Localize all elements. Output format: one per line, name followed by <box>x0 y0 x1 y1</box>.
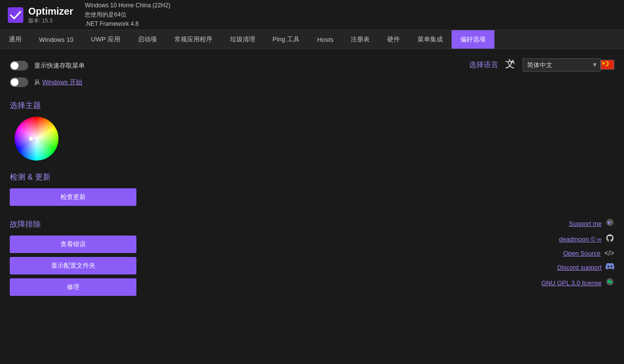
support-me-link[interactable]: Support me <box>569 220 602 227</box>
discord-icon <box>605 262 614 273</box>
footer-links: Support me P deadmoon © ∞ Open Source </… <box>541 218 614 288</box>
language-select-wrapper: 简体中文 English 繁體中文 ▼ <box>523 58 614 72</box>
translate-icon: 文 A <box>504 57 517 73</box>
deadmoon-row: deadmoon © ∞ <box>559 234 614 244</box>
system-info: Windows 10 Home China (22H2) 您使用的是64位 .N… <box>85 1 170 29</box>
opensource-link[interactable]: Open Source <box>563 250 601 257</box>
app-title-block: Optimizer 版本: 15.3 <box>28 5 73 24</box>
system-info-line3: .NET Framework 4.8 <box>85 19 170 29</box>
github-icon <box>605 234 614 244</box>
tab-startup[interactable]: 启动项 <box>129 30 166 49</box>
toggle-windows-start-row: 从 Windows 开始 <box>10 77 614 87</box>
support-me-row: Support me P <box>569 218 614 229</box>
windows-start-link[interactable]: Windows 开始 <box>42 78 82 86</box>
toggle-windows-start[interactable] <box>10 77 28 87</box>
tab-hosts[interactable]: Hosts <box>308 30 342 49</box>
tab-cleanup[interactable]: 垃圾清理 <box>221 30 264 49</box>
tab-general[interactable]: 通用 <box>0 30 30 49</box>
app-name: Optimizer <box>28 5 73 17</box>
language-select[interactable]: 简体中文 English 繁體中文 <box>523 58 601 72</box>
svg-point-13 <box>610 281 612 283</box>
detect-section-title: 检测 & 更新 <box>10 172 614 182</box>
svg-text:P: P <box>608 220 611 225</box>
tab-ping[interactable]: Ping 工具 <box>264 30 309 49</box>
toggle-quick-access-label: 显示快速存取菜单 <box>34 61 85 70</box>
fault-section-title: 故障排除 <box>10 219 614 230</box>
code-icon: </> <box>605 249 614 257</box>
tab-preferences[interactable]: 偏好选项 <box>452 30 494 49</box>
language-label: 选择语言 <box>469 60 498 70</box>
repair-button[interactable]: 修理 <box>10 278 136 296</box>
discord-row: Discord support <box>557 262 614 273</box>
toggle-knob-2 <box>11 78 19 86</box>
detect-section: 检测 & 更新 检查更新 <box>10 172 614 206</box>
toggle-knob <box>11 62 19 70</box>
tab-uwp[interactable]: UWP 应用 <box>82 30 129 49</box>
show-config-button[interactable]: 显示配置文件夹 <box>10 257 136 274</box>
gpl-row: GNU GPL 3.0 license <box>541 277 614 288</box>
tab-registry[interactable]: 注册表 <box>342 30 378 49</box>
fault-section: 故障排除 查看错误 显示配置文件夹 修理 <box>10 219 614 296</box>
china-flag-icon <box>601 60 614 70</box>
wechat-icon <box>605 277 614 288</box>
paypal-icon: P <box>605 218 614 229</box>
tab-windows10[interactable]: Windows 10 <box>30 30 82 49</box>
color-wheel[interactable] <box>15 117 58 161</box>
app-version: 版本: 15.3 <box>28 17 73 24</box>
tab-hardware[interactable]: 硬件 <box>378 30 409 49</box>
app-header: Optimizer 版本: 15.3 Windows 10 Home China… <box>0 0 624 30</box>
optimizer-checkmark-icon <box>8 7 23 23</box>
system-info-line2: 您使用的是64位 <box>85 10 170 19</box>
toggle-windows-start-label: 从 Windows 开始 <box>34 78 82 87</box>
toggle-quick-access[interactable] <box>10 61 28 71</box>
color-wheel-selector-dot <box>29 136 34 141</box>
theme-section-title: 选择主题 <box>10 101 614 111</box>
language-section: 选择语言 文 A 简体中文 English 繁體中文 ▼ <box>469 57 614 73</box>
color-wheel-overlay <box>15 117 58 161</box>
gpl-link[interactable]: GNU GPL 3.0 license <box>541 279 602 287</box>
svg-text:A: A <box>511 58 515 66</box>
tab-menu-integration[interactable]: 菜单集成 <box>409 30 452 49</box>
app-logo: Optimizer 版本: 15.3 <box>8 5 73 24</box>
nav-tabs: 通用 Windows 10 UWP 应用 启动项 常规应用程序 垃圾清理 Pin… <box>0 30 624 49</box>
system-info-line1: Windows 10 Home China (22H2) <box>85 1 170 10</box>
main-content: 选择语言 文 A 简体中文 English 繁體中文 ▼ <box>0 49 624 308</box>
opensource-row: Open Source </> <box>563 249 614 257</box>
discord-link[interactable]: Discord support <box>557 264 602 271</box>
deadmoon-link[interactable]: deadmoon © ∞ <box>559 236 602 243</box>
check-update-button[interactable]: 检查更新 <box>10 188 136 206</box>
view-errors-button[interactable]: 查看错误 <box>10 236 136 253</box>
tab-apps[interactable]: 常规应用程序 <box>166 30 221 49</box>
